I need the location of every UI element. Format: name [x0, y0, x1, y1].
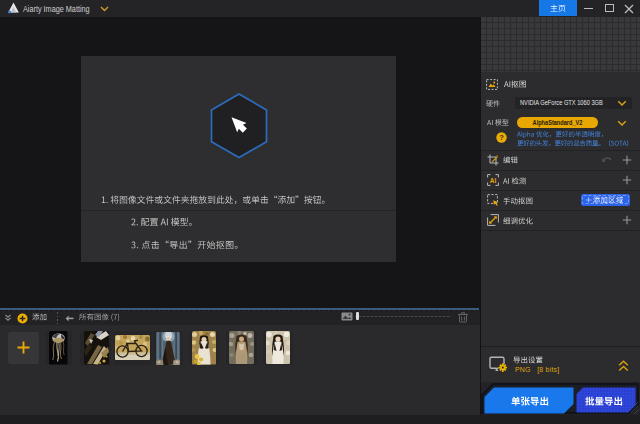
- svg-text:AI: AI: [489, 177, 496, 184]
- svg-text:?: ?: [499, 133, 504, 142]
